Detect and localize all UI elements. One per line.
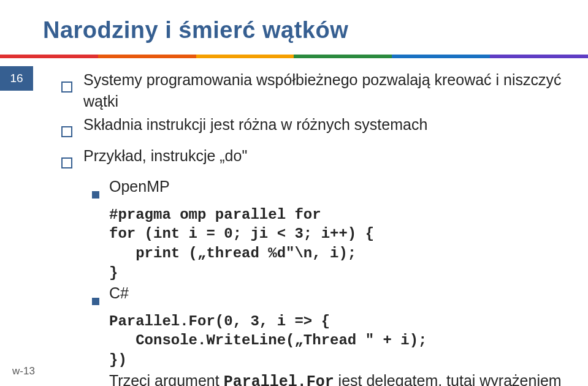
code-line: } [109,263,570,283]
code-line: Console.WriteLine(„Thread " + i); [109,331,570,350]
code-line: Parallel.For(0, 3, i => { [109,312,570,331]
bullet-icon [61,121,72,143]
bullet-text: Systemy programowania współbieżnego pozw… [83,69,570,112]
bullet-item: Składnia instrukcji jest różna w różnych… [61,114,570,143]
bullet-text: Składnia instrukcji jest różna w różnych… [83,114,570,143]
code-line: #pragma omp parallel for [109,205,570,225]
post-code-text: Trzeci argument Parallel.For jest delega… [109,370,570,386]
sub-bullet-item: C# [92,282,570,311]
code-line: for (int i = 0; ji < 3; i++) { [109,224,570,244]
slide-title: Narodziny i śmierć wątków [0,0,588,44]
post-text-1: Trzeci argument [109,372,224,386]
bullet-icon [61,153,72,174]
rainbow-divider [0,55,588,58]
sub-bullet-icon [92,289,99,311]
code-line: }) [109,350,570,370]
bullet-item: Przykład, instrukcje „do" [61,145,570,174]
bullet-text: Przykład, instrukcje „do" [83,145,570,174]
bullet-item: Systemy programowania współbieżnego pozw… [61,69,570,112]
code-line: print („thread %d"\n, i); [109,244,570,263]
bullet-icon [61,77,72,112]
sub-bullet-text: C# [109,282,129,311]
post-mono: Parallel.For [224,373,334,386]
footer-label: w-13 [12,365,35,377]
sub-bullet-text: OpenMP [109,176,170,204]
sub-bullet-item: OpenMP [92,176,570,204]
slide-number-box: 16 [0,66,33,91]
sub-bullet-icon [92,183,99,204]
content-area: Systemy programowania współbieżnego pozw… [0,69,588,386]
